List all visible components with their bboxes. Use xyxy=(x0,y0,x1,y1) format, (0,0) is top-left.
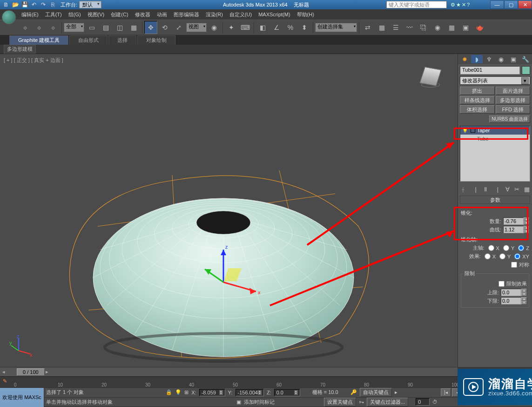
infocenter-icon[interactable]: ⚙ xyxy=(451,2,455,8)
menu-create[interactable]: 创建(C) xyxy=(108,10,131,19)
setkey-button[interactable]: 设置关键点 xyxy=(324,398,356,407)
limit-effect-checkbox[interactable] xyxy=(498,281,505,287)
primary-y-radio[interactable] xyxy=(503,245,509,251)
keyboard-shortcut-icon[interactable]: ⌨ xyxy=(239,21,252,34)
menu-help[interactable]: 帮助(H) xyxy=(294,10,317,19)
effect-y-radio[interactable] xyxy=(499,253,505,259)
tab-object-paint[interactable]: 对象绘制 xyxy=(137,35,175,45)
autokey-button[interactable]: 自动关键点 xyxy=(360,388,392,397)
angle-snap-icon[interactable]: ∠ xyxy=(270,21,283,34)
redo-icon[interactable]: ↷ xyxy=(39,1,47,8)
menu-modifiers[interactable]: 修改器 xyxy=(132,10,153,19)
time-config-icon[interactable]: ⏱ xyxy=(432,399,438,405)
select-move-icon[interactable]: ✥ xyxy=(144,21,157,34)
tab-utilities-icon[interactable]: 🔧 xyxy=(519,55,531,63)
named-selset-dropdown[interactable]: 创建选择集 xyxy=(315,23,357,32)
menu-rendering[interactable]: 渲染(R) xyxy=(203,10,226,19)
render-setup-icon[interactable]: ▦ xyxy=(445,21,458,34)
coord-display-icon[interactable]: ⊞ xyxy=(184,389,189,395)
tab-graphite-modeling[interactable]: Graphite 建模工具 xyxy=(9,35,68,45)
open-icon[interactable]: 📂 xyxy=(11,1,20,8)
selection-filter-dropdown[interactable]: 全部 xyxy=(64,23,84,32)
key-mode-icon[interactable]: 🗝 xyxy=(359,399,364,405)
add-time-tag[interactable]: 添加时间标记 xyxy=(244,399,275,406)
refcoord-dropdown[interactable]: 视图 xyxy=(186,23,207,32)
curve-input[interactable] xyxy=(503,226,524,233)
curve-editor-icon[interactable]: 〰 xyxy=(403,21,416,34)
tab-selection[interactable]: 选择 xyxy=(108,35,136,45)
select-scale-icon[interactable]: ⤢ xyxy=(172,21,185,34)
menu-group[interactable]: 组(G) xyxy=(66,10,84,19)
tab-freeform[interactable]: 自由形式 xyxy=(69,35,108,45)
save-icon[interactable]: 💾 xyxy=(20,1,29,8)
percent-snap-icon[interactable]: % xyxy=(284,21,297,34)
undo-icon[interactable]: ↶ xyxy=(30,1,38,8)
btn-extrude[interactable]: 挤出 xyxy=(460,87,495,95)
timeslider-next-icon[interactable]: ▸ xyxy=(46,369,48,375)
time-tag-icon[interactable]: ▣ xyxy=(236,399,241,405)
amount-input[interactable] xyxy=(503,217,524,225)
y-coord-input[interactable]: -156.004▲▼ xyxy=(236,389,264,396)
scene-object[interactable]: z x xyxy=(61,147,386,371)
tab-create-icon[interactable]: ✹ xyxy=(459,55,471,63)
timeslider-prev-icon[interactable]: ◂ xyxy=(0,369,7,375)
viewcube[interactable] xyxy=(418,63,444,89)
select-name-icon[interactable]: ▤ xyxy=(99,21,112,34)
render-icon[interactable]: 🫖 xyxy=(473,21,486,34)
selection-sets-icon[interactable]: ▸ xyxy=(395,389,397,395)
key-filters-button[interactable]: 关键点过滤器... xyxy=(367,398,408,407)
close-button[interactable]: ✕ xyxy=(518,0,532,9)
manipulate-icon[interactable]: ✦ xyxy=(225,21,238,34)
btn-spline-select[interactable]: 样条线选择 xyxy=(460,96,495,104)
primary-z-radio[interactable] xyxy=(518,245,524,251)
tab-display-icon[interactable]: ▣ xyxy=(507,55,519,63)
timeline-config-icon[interactable]: ✎ xyxy=(3,378,12,386)
btn-patch-select[interactable]: 面片选择 xyxy=(496,87,531,95)
tab-hierarchy-icon[interactable]: ♆ xyxy=(483,55,495,63)
amount-up[interactable]: ▲ xyxy=(524,217,529,221)
timeline-ruler[interactable]: ✎ 0102030405060708090100 xyxy=(0,376,532,387)
schematic-icon[interactable]: ⿻ xyxy=(417,21,430,34)
time-slider[interactable]: 0 / 100 xyxy=(17,368,45,376)
pin-stack-icon[interactable]: ⟊ xyxy=(460,185,467,193)
unlink-icon[interactable]: ⟐ xyxy=(33,21,46,34)
render-frame-icon[interactable]: ▣ xyxy=(459,21,472,34)
object-name-field[interactable]: Tube001 xyxy=(460,66,520,75)
bind-space-warp-icon[interactable]: ⟐ xyxy=(47,21,60,34)
visibility-icon[interactable]: 💡 xyxy=(462,128,469,133)
effect-xy-radio[interactable] xyxy=(514,253,520,259)
menu-edit[interactable]: 编辑(E) xyxy=(19,10,41,19)
sub-icon[interactable]: ★ xyxy=(456,2,461,8)
align-icon[interactable]: ▦ xyxy=(375,21,388,34)
show-end-result-icon[interactable]: Ⅱ xyxy=(482,185,489,193)
btn-ffd-select[interactable]: FFD 选择 xyxy=(496,105,531,114)
effect-x-radio[interactable] xyxy=(485,253,491,259)
curve-up[interactable]: ▲ xyxy=(524,226,529,230)
script-listener[interactable]: 欢迎使用 MAXSc xyxy=(0,388,44,407)
stack-item-taper[interactable]: 💡 Taper xyxy=(460,126,530,135)
lock-icon[interactable]: 🔒 xyxy=(166,389,172,395)
amount-down[interactable]: ▼ xyxy=(524,221,529,225)
mirror-icon[interactable]: ⇄ xyxy=(361,21,374,34)
spinner-snap-icon[interactable]: ⬍ xyxy=(298,21,311,34)
x-coord-input[interactable]: -8.059▲▼ xyxy=(199,389,225,396)
symmetry-checkbox[interactable] xyxy=(511,262,517,268)
menu-animation[interactable]: 动画 xyxy=(154,10,170,19)
menu-maxscript[interactable]: MAXScript(M) xyxy=(256,11,293,18)
menu-views[interactable]: 视图(V) xyxy=(85,10,108,19)
menu-customize[interactable]: 自定义(U) xyxy=(227,10,255,19)
z-coord-input[interactable]: 0.0▲▼ xyxy=(274,389,300,396)
help-icon[interactable]: ? xyxy=(467,2,470,8)
minimize-button[interactable]: — xyxy=(490,0,504,9)
time-slider-bar[interactable]: ◂ 0 / 100 ▸ xyxy=(0,367,458,376)
help-search-input[interactable] xyxy=(386,1,447,8)
select-link-icon[interactable]: ⟐ xyxy=(19,21,32,34)
snaps-toggle-icon[interactable]: ◧ xyxy=(256,21,269,34)
select-rotate-icon[interactable]: ⟲ xyxy=(158,21,171,34)
select-region-icon[interactable]: ◫ xyxy=(113,21,126,34)
isolate-icon[interactable]: 💡 xyxy=(175,389,182,395)
object-color-swatch[interactable] xyxy=(522,66,530,75)
pivot-icon[interactable]: ◉ xyxy=(208,21,221,34)
remove-modifier-icon[interactable]: ✂ xyxy=(514,185,521,193)
primary-x-radio[interactable] xyxy=(488,245,494,251)
